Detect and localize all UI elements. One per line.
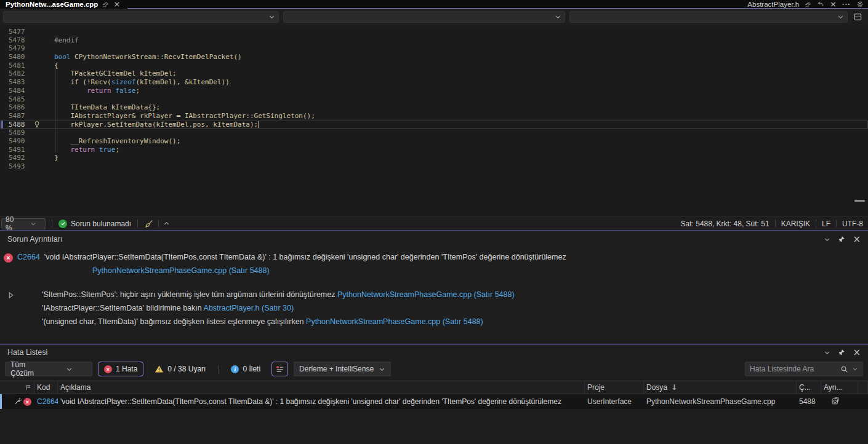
breakpoint-margin[interactable] [0,28,9,36]
encoding-indicator[interactable]: UTF-8 [842,220,863,228]
row-project-cell[interactable]: UserInterface [585,397,644,406]
error-code-link[interactable]: C2664 [17,253,40,261]
line-number[interactable]: 5489 [9,129,33,137]
row-quickfix-cell[interactable] [14,397,23,407]
nav-dropdown-type[interactable] [283,11,565,23]
file-location-link[interactable]: PythonNetworkStreamPhaseGame.cpp (Satır … [337,290,515,299]
code-line[interactable]: 5491 return true; [0,146,868,154]
undo-icon[interactable] [817,1,824,8]
tab-active-document[interactable]: PythonNetw...aseGame.cpp × [0,0,126,9]
row-description-cell[interactable]: 'void IAbstractPlayer::SetItemData(TItem… [58,397,585,406]
breakpoint-margin[interactable] [0,129,9,137]
line-number[interactable]: 5479 [9,44,33,53]
line-number[interactable]: 5477 [9,28,33,36]
column-header-description[interactable]: Açıklama [58,381,585,394]
search-input[interactable] [750,365,837,373]
error-code-link[interactable]: C2664 [37,397,58,406]
breakpoint-margin[interactable] [0,78,9,87]
code-line[interactable]: 5487 IAbstractPlayer& rkPlayer = IAbstra… [0,112,868,121]
breakpoint-margin[interactable] [0,154,9,162]
breakpoint-margin[interactable] [0,87,9,95]
breakpoint-margin[interactable] [0,53,9,61]
current-line-margin-bar[interactable] [0,121,9,129]
problem-error-row[interactable]: × C2664 'void IAbstractPlayer::SetItemDa… [0,253,868,263]
breakpoint-margin[interactable] [0,61,9,70]
column-severity[interactable] [23,381,34,394]
code-line[interactable]: 5484 return false; [0,87,868,95]
breakpoint-margin[interactable] [0,162,9,171]
scrollbar-marker[interactable] [854,200,865,202]
file-location-link[interactable]: AbstractPlayer.h (Satır 30) [204,304,294,312]
nav-dropdown-project[interactable] [3,11,279,23]
zoom-selector[interactable]: 80 % [1,218,46,229]
breakpoint-margin[interactable] [0,36,9,45]
line-number[interactable]: 5490 [9,137,33,146]
gear-icon[interactable] [856,1,864,8]
line-number[interactable]: 5487 [9,112,33,121]
breakpoint-margin[interactable] [0,95,9,104]
code-editor[interactable]: 54775478#endif54795480bool CPythonNetwor… [0,25,868,216]
chevron-down-icon[interactable] [852,366,858,372]
line-number[interactable]: 5492 [9,154,33,162]
search-icon[interactable] [840,365,848,373]
line-number[interactable]: 5488 [9,121,33,129]
line-number[interactable]: 5482 [9,69,33,78]
source-filter-dropdown[interactable]: Derleme + IntelliSense [294,362,391,376]
code-line[interactable]: 5493 [0,162,868,171]
code-line[interactable]: 5478#endif [0,36,868,45]
document-health[interactable]: Sorun bulunamadı [58,220,131,228]
errors-toggle-button[interactable]: × 1 Hata [98,362,143,376]
line-endings-indicator[interactable]: KARIŞIK [781,220,810,228]
pin-icon[interactable] [102,1,109,8]
warnings-toggle-button[interactable]: 0 / 38 Uyarı [149,362,211,376]
code-line[interactable]: 5480bool CPythonNetworkStream::RecvItemD… [0,53,868,61]
caret-position[interactable]: Sat: 5488, Krkt: 48, Süt: 51 [681,220,770,228]
breakpoint-margin[interactable] [0,69,9,78]
row-file-cell[interactable]: PythonNetworkStreamPhaseGame.cpp [644,397,797,406]
column-header-line[interactable]: Ç... [797,381,821,394]
code-line[interactable]: 5477 [0,28,868,36]
breakpoint-margin[interactable] [0,103,9,112]
chevron-down-icon[interactable] [824,236,830,243]
line-number[interactable]: 5485 [9,95,33,104]
filter-button[interactable] [271,362,288,376]
problem-note[interactable]: 'IAbstractPlayer::SetItemData' bildirimi… [0,304,868,314]
line-number[interactable]: 5478 [9,36,33,45]
suppression-state-icon[interactable] [831,397,840,405]
line-number[interactable]: 5483 [9,78,33,87]
pin-icon[interactable] [805,1,811,8]
cleanup-broom-icon[interactable] [144,219,154,229]
nav-dropdown-member[interactable] [569,11,848,23]
file-location-link[interactable]: PythonNetworkStreamPhaseGame.cpp (Satır … [306,317,483,326]
chevron-up-icon[interactable] [163,220,170,227]
more-options-icon[interactable]: ··· [842,1,851,8]
breakpoint-margin[interactable] [0,146,9,154]
code-line[interactable]: 5490 __RefreshInventoryWindow(); [0,137,868,146]
code-line[interactable]: 5488 rkPlayer.SetItemData(kItemDel.pos, … [0,121,868,129]
breakpoint-margin[interactable] [0,137,9,146]
code-line[interactable]: 5481{ [0,61,868,70]
lightbulb-icon[interactable] [33,121,41,129]
row-detail-cell[interactable] [821,397,858,407]
line-number[interactable]: 5491 [9,146,33,154]
column-header-code[interactable]: Kod [34,381,58,394]
close-icon[interactable]: × [113,1,120,7]
line-number[interactable]: 5480 [9,53,33,61]
code-line[interactable]: 5482 TPacketGCItemDel kItemDel; [0,69,868,78]
close-icon[interactable]: × [853,236,861,242]
chevron-down-icon[interactable] [824,349,830,356]
code-line[interactable]: 5485 [0,95,868,104]
row-code-cell[interactable]: C2664 [34,397,58,406]
line-number[interactable]: 5481 [9,61,33,70]
code-line[interactable]: 5492} [0,154,868,162]
breakpoint-margin[interactable] [0,112,9,121]
messages-toggle-button[interactable]: i 0 İleti [225,362,266,376]
row-line-cell[interactable]: 5488 [797,397,821,406]
breakpoint-margin[interactable] [0,44,9,53]
problem-note[interactable]: '(unsigned char, TItemData)' bağımsız de… [0,317,868,327]
problem-note[interactable]: 'SItemPos::SItemPos': hiçbir aşırı yükle… [0,290,868,300]
file-location-link[interactable]: PythonNetworkStreamPhaseGame.cpp (Satır … [92,266,270,275]
line-number[interactable]: 5486 [9,103,33,112]
code-line[interactable]: 5483 if (!Recv(sizeof(kItemDel), &kItemD… [0,78,868,87]
pin-icon[interactable] [838,236,845,243]
